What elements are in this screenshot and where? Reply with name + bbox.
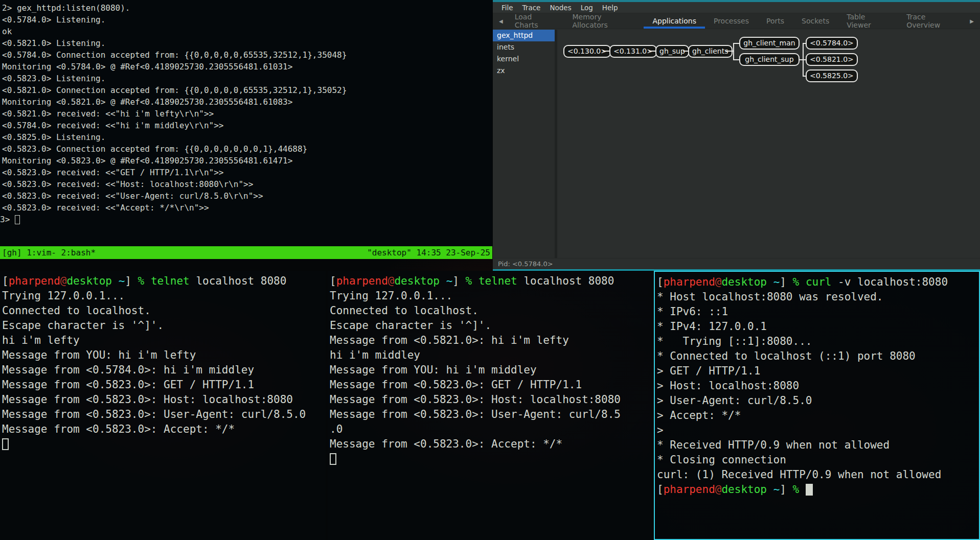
menu-trace[interactable]: Trace	[518, 4, 545, 12]
tree-connector	[803, 76, 806, 77]
text-cursor	[2, 438, 9, 450]
terminal-line: .0	[330, 422, 651, 437]
tree-connector	[725, 51, 734, 52]
prompt-line: [pharpend@desktop ~] % curl -v localhost…	[657, 275, 977, 290]
observer-applications-view: gex_httpdinetskernelzx <0.130.0><0.131.0…	[493, 30, 980, 258]
shell-prompt-text: 3>	[0, 215, 15, 224]
process-node[interactable]: <0.5784.0>	[806, 37, 858, 50]
terminal-line: Connected to localhost.	[2, 303, 324, 318]
terminal-line: Trying 127.0.0.1...	[330, 289, 651, 303]
terminal-line: Message from <0.5823.0>: User-Agent: cur…	[2, 407, 324, 422]
terminal-line: Message from <0.5823.0>: User-Agent: cur…	[330, 407, 651, 422]
terminal-line: Escape character is '^]'.	[2, 318, 324, 333]
process-node[interactable]: gh_client_sup	[739, 53, 800, 66]
terminal-line: Message from <0.5823.0>: Host: localhost…	[2, 392, 324, 407]
app-item-kernel[interactable]: kernel	[493, 53, 555, 65]
terminal-line: * Received HTTP/0.9 when not allowed	[657, 438, 977, 453]
prompt-bracket: ]	[780, 276, 792, 288]
erlang-shell-prompt: 3>	[0, 214, 492, 225]
telnet-pane-lefty[interactable]: [pharpend@desktop ~] % telnet localhost …	[0, 271, 326, 540]
terminal-line: * Connected to localhost (::1) port 8080	[657, 349, 977, 364]
process-node[interactable]: <0.5821.0>	[806, 53, 858, 66]
tree-connector	[733, 43, 739, 44]
tab-table-viewer[interactable]: Table Viewer	[838, 13, 898, 29]
erlang-shell-terminal[interactable]: 2> gex_httpd:listen(8080).<0.5784.0> Lis…	[0, 0, 492, 259]
terminal-line: > User-Agent: curl/8.5.0	[657, 393, 977, 408]
terminal-line: <0.5823.0> Listening.	[2, 73, 490, 84]
tree-connector	[649, 51, 655, 52]
curl-pane-active[interactable]: [pharpend@desktop ~] % curl -v localhost…	[654, 271, 980, 540]
process-node[interactable]: <0.5825.0>	[806, 69, 858, 82]
terminal-line: * IPv6: ::1	[657, 304, 977, 319]
terminal-line: <0.5823.0> received: <<"GET / HTTP/1.1\r…	[2, 167, 490, 178]
command-args: localhost 8080	[517, 275, 614, 287]
prompt-bracket: ]	[125, 275, 138, 287]
terminal-line: <0.5821.0> Connection accepted from: {{0…	[2, 84, 490, 96]
terminal-line: <0.5821.0> received: <<"hi i'm lefty\r\n…	[2, 108, 490, 120]
prompt-at: @	[715, 483, 722, 496]
tab-ports[interactable]: Ports	[758, 13, 793, 29]
command-name: telnet	[478, 275, 517, 287]
tab-scroll-left-icon[interactable]: ◀	[496, 13, 506, 29]
prompt-path: ~	[440, 275, 452, 287]
text-cursor	[330, 453, 336, 465]
terminal-line: Message from <0.5823.0>: Host: localhost…	[330, 392, 651, 407]
erlang-shell-output: 2> gex_httpd:listen(8080).<0.5784.0> Lis…	[0, 0, 492, 214]
tab-memory-allocators[interactable]: Memory Allocators	[564, 13, 644, 29]
prompt-bracket: [	[330, 275, 336, 287]
prompt-bracket: [	[657, 276, 664, 288]
terminal-line: <0.5825.0> Listening.	[2, 131, 490, 143]
terminal-line: Message from <0.5823.0>: GET / HTTP/1.1	[330, 378, 651, 392]
observer-status-text: Pid: <0.5784.0>	[498, 260, 553, 268]
prompt-symbol: %	[793, 483, 806, 496]
telnet-pane-middley[interactable]: [pharpend@desktop ~] % telnet localhost …	[328, 271, 653, 540]
supervision-tree-canvas[interactable]: <0.130.0><0.131.0>gh_supgh_clientsgh_cli…	[557, 30, 980, 258]
tab-sockets[interactable]: Sockets	[793, 13, 838, 29]
terminal-line: * Trying [::1]:8080...	[657, 334, 977, 349]
tab-load-charts[interactable]: Load Charts	[506, 13, 564, 29]
command-name: curl	[806, 276, 832, 288]
menu-help[interactable]: Help	[598, 4, 623, 12]
applications-list[interactable]: gex_httpdinetskernelzx	[493, 30, 557, 258]
terminal-line: curl: (1) Received HTTP/0.9 when not all…	[657, 467, 977, 482]
tree-connector	[803, 59, 806, 60]
prompt-username: pharpend	[664, 483, 715, 496]
app-item-gex_httpd[interactable]: gex_httpd	[493, 30, 555, 41]
text-cursor	[15, 215, 20, 224]
prompt-username: pharpend	[9, 275, 60, 287]
prompt-symbol: %	[138, 275, 151, 287]
app-item-inets[interactable]: inets	[493, 41, 555, 53]
terminal-line: Connected to localhost.	[330, 303, 651, 318]
terminal-line: Monitoring <0.5821.0> @ #Ref<0.418902573…	[2, 96, 490, 108]
prompt-hostname: desktop	[66, 275, 112, 287]
observer-menubar: FileTraceNodesLogHelp	[493, 2, 980, 13]
terminal-line: > GET / HTTP/1.1	[657, 364, 977, 379]
prompt-bracket: ]	[452, 275, 465, 287]
tmux-session-windows: [gh] 1:vim- 2:bash*	[2, 246, 96, 259]
tree-connector	[603, 51, 609, 52]
prompt-symbol: %	[466, 275, 478, 287]
prompt-path: ~	[767, 483, 780, 496]
terminal-line: <0.5823.0> received: <<"Host: localhost:…	[2, 178, 490, 190]
process-node[interactable]: gh_client_man	[739, 37, 800, 50]
menu-file[interactable]: File	[497, 4, 518, 12]
cursor-line	[330, 452, 651, 466]
observer-window: FileTraceNodesLogHelp ◀Load ChartsMemory…	[493, 0, 980, 271]
prompt-at: @	[388, 275, 395, 287]
tab-applications[interactable]: Applications	[644, 13, 705, 29]
prompt-username: pharpend	[336, 275, 388, 287]
menu-log[interactable]: Log	[576, 4, 598, 12]
prompt-path: ~	[767, 276, 780, 288]
tab-scroll-right-icon[interactable]: ▶	[967, 13, 977, 29]
terminal-line: ok	[2, 26, 490, 37]
terminal-line: Message from <0.5784.0>: hi i'm middley	[2, 363, 324, 378]
prompt-hostname: desktop	[721, 276, 767, 288]
terminal-line: Message from YOU: hi i'm lefty	[2, 348, 324, 363]
app-item-zx[interactable]: zx	[493, 65, 555, 77]
tab-processes[interactable]: Processes	[705, 13, 758, 29]
terminal-line: 2> gex_httpd:listen(8080).	[2, 2, 490, 14]
prompt-bracket: [	[657, 483, 664, 496]
tab-trace-overview[interactable]: Trace Overview	[898, 13, 967, 29]
menu-nodes[interactable]: Nodes	[545, 4, 576, 12]
terminal-line: Message from <0.5823.0>: Accept: */*	[330, 437, 651, 452]
